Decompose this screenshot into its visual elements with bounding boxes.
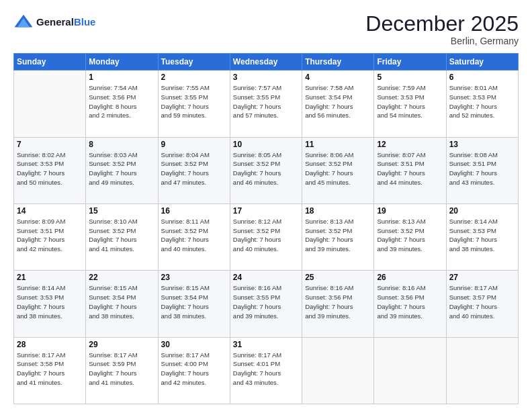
day-cell-14: 14Sunrise: 8:09 AMSunset: 3:51 PMDayligh… bbox=[14, 203, 86, 270]
day-cell-3: 3Sunrise: 7:57 AMSunset: 3:55 PMDaylight… bbox=[230, 71, 302, 137]
week-row-2: 7Sunrise: 8:02 AMSunset: 3:53 PMDaylight… bbox=[14, 137, 519, 203]
day-number: 20 bbox=[449, 206, 515, 216]
month-title: December 2025 bbox=[365, 12, 519, 36]
day-cell-15: 15Sunrise: 8:10 AMSunset: 3:52 PMDayligh… bbox=[86, 203, 158, 270]
day-info: Sunrise: 8:17 AMSunset: 4:00 PMDaylight:… bbox=[161, 351, 227, 387]
weekday-header-wednesday: Wednesday bbox=[230, 54, 302, 71]
day-number: 8 bbox=[89, 140, 154, 149]
location-subtitle: Berlin, Germany bbox=[365, 36, 519, 46]
day-number: 16 bbox=[161, 206, 227, 216]
day-cell-22: 22Sunrise: 8:15 AMSunset: 3:54 PMDayligh… bbox=[86, 271, 158, 337]
page: GeneralBlue December 2025 Berlin, German… bbox=[0, 0, 532, 411]
day-info: Sunrise: 8:12 AMSunset: 3:52 PMDaylight:… bbox=[233, 217, 299, 254]
day-cell-1: 1Sunrise: 7:54 AMSunset: 3:56 PMDaylight… bbox=[86, 71, 158, 137]
day-cell-6: 6Sunrise: 8:01 AMSunset: 3:53 PMDaylight… bbox=[446, 71, 518, 137]
day-info: Sunrise: 8:02 AMSunset: 3:53 PMDaylight:… bbox=[17, 150, 83, 187]
day-info: Sunrise: 8:16 AMSunset: 3:56 PMDaylight:… bbox=[305, 283, 371, 320]
day-number: 21 bbox=[17, 273, 83, 282]
day-info: Sunrise: 7:54 AMSunset: 3:56 PMDaylight:… bbox=[89, 83, 154, 120]
day-number: 26 bbox=[377, 273, 443, 282]
day-number: 19 bbox=[377, 206, 443, 216]
day-info: Sunrise: 8:08 AMSunset: 3:51 PMDaylight:… bbox=[449, 150, 515, 187]
day-number: 4 bbox=[305, 73, 371, 82]
weekday-header-row: SundayMondayTuesdayWednesdayThursdayFrid… bbox=[14, 54, 519, 71]
weekday-header-monday: Monday bbox=[86, 54, 158, 71]
logo-line1: GeneralBlue bbox=[36, 17, 95, 28]
day-cell-17: 17Sunrise: 8:12 AMSunset: 3:52 PMDayligh… bbox=[230, 203, 302, 270]
day-number: 14 bbox=[17, 206, 83, 216]
day-cell-16: 16Sunrise: 8:11 AMSunset: 3:52 PMDayligh… bbox=[158, 203, 230, 270]
calendar-table: SundayMondayTuesdayWednesdayThursdayFrid… bbox=[13, 53, 519, 404]
empty-cell bbox=[374, 337, 446, 404]
day-info: Sunrise: 8:17 AMSunset: 4:01 PMDaylight:… bbox=[233, 351, 299, 387]
day-info: Sunrise: 8:03 AMSunset: 3:52 PMDaylight:… bbox=[89, 150, 154, 187]
day-number: 9 bbox=[161, 140, 227, 149]
day-info: Sunrise: 8:13 AMSunset: 3:52 PMDaylight:… bbox=[305, 217, 371, 254]
week-row-1: 1Sunrise: 7:54 AMSunset: 3:56 PMDaylight… bbox=[14, 71, 519, 137]
day-cell-12: 12Sunrise: 8:07 AMSunset: 3:51 PMDayligh… bbox=[374, 137, 446, 203]
empty-cell bbox=[302, 337, 374, 404]
day-info: Sunrise: 8:05 AMSunset: 3:52 PMDaylight:… bbox=[233, 150, 299, 187]
day-info: Sunrise: 8:15 AMSunset: 3:54 PMDaylight:… bbox=[161, 283, 227, 320]
day-number: 2 bbox=[161, 73, 227, 82]
weekday-header-saturday: Saturday bbox=[446, 54, 518, 71]
day-info: Sunrise: 8:09 AMSunset: 3:51 PMDaylight:… bbox=[17, 217, 83, 254]
day-number: 18 bbox=[305, 206, 371, 216]
day-cell-31: 31Sunrise: 8:17 AMSunset: 4:01 PMDayligh… bbox=[230, 337, 302, 404]
day-cell-9: 9Sunrise: 8:04 AMSunset: 3:52 PMDaylight… bbox=[158, 137, 230, 203]
day-number: 13 bbox=[449, 140, 515, 149]
day-cell-13: 13Sunrise: 8:08 AMSunset: 3:51 PMDayligh… bbox=[446, 137, 518, 203]
empty-cell bbox=[14, 71, 86, 137]
day-info: Sunrise: 8:04 AMSunset: 3:52 PMDaylight:… bbox=[161, 150, 227, 187]
day-cell-24: 24Sunrise: 8:16 AMSunset: 3:55 PMDayligh… bbox=[230, 271, 302, 337]
weekday-header-tuesday: Tuesday bbox=[158, 54, 230, 71]
day-number: 23 bbox=[161, 273, 227, 282]
day-info: Sunrise: 7:59 AMSunset: 3:53 PMDaylight:… bbox=[377, 83, 443, 120]
empty-cell bbox=[446, 337, 518, 404]
day-cell-25: 25Sunrise: 8:16 AMSunset: 3:56 PMDayligh… bbox=[302, 271, 374, 337]
day-number: 29 bbox=[89, 340, 154, 349]
day-info: Sunrise: 7:58 AMSunset: 3:54 PMDaylight:… bbox=[305, 83, 371, 120]
day-info: Sunrise: 8:16 AMSunset: 3:56 PMDaylight:… bbox=[377, 283, 443, 320]
day-number: 28 bbox=[17, 340, 83, 349]
day-info: Sunrise: 8:01 AMSunset: 3:53 PMDaylight:… bbox=[449, 83, 515, 120]
day-cell-2: 2Sunrise: 7:55 AMSunset: 3:55 PMDaylight… bbox=[158, 71, 230, 137]
day-number: 15 bbox=[89, 206, 154, 216]
day-info: Sunrise: 8:16 AMSunset: 3:55 PMDaylight:… bbox=[233, 283, 299, 320]
day-cell-8: 8Sunrise: 8:03 AMSunset: 3:52 PMDaylight… bbox=[86, 137, 158, 203]
day-cell-23: 23Sunrise: 8:15 AMSunset: 3:54 PMDayligh… bbox=[158, 271, 230, 337]
day-info: Sunrise: 8:07 AMSunset: 3:51 PMDaylight:… bbox=[377, 150, 443, 187]
logo-icon bbox=[13, 12, 34, 32]
day-cell-27: 27Sunrise: 8:17 AMSunset: 3:57 PMDayligh… bbox=[446, 271, 518, 337]
day-info: Sunrise: 8:17 AMSunset: 3:57 PMDaylight:… bbox=[449, 283, 515, 320]
day-cell-28: 28Sunrise: 8:17 AMSunset: 3:58 PMDayligh… bbox=[14, 337, 86, 404]
weekday-header-friday: Friday bbox=[374, 54, 446, 71]
day-cell-10: 10Sunrise: 8:05 AMSunset: 3:52 PMDayligh… bbox=[230, 137, 302, 203]
header: GeneralBlue December 2025 Berlin, German… bbox=[13, 12, 519, 46]
day-info: Sunrise: 8:14 AMSunset: 3:53 PMDaylight:… bbox=[449, 217, 515, 254]
day-number: 5 bbox=[377, 73, 443, 82]
day-number: 31 bbox=[233, 340, 299, 349]
day-info: Sunrise: 8:15 AMSunset: 3:54 PMDaylight:… bbox=[89, 283, 154, 320]
day-info: Sunrise: 8:14 AMSunset: 3:53 PMDaylight:… bbox=[17, 283, 83, 320]
title-block: December 2025 Berlin, Germany bbox=[365, 12, 519, 46]
day-number: 1 bbox=[89, 73, 154, 82]
day-info: Sunrise: 7:55 AMSunset: 3:55 PMDaylight:… bbox=[161, 83, 227, 120]
day-cell-30: 30Sunrise: 8:17 AMSunset: 4:00 PMDayligh… bbox=[158, 337, 230, 404]
day-number: 17 bbox=[233, 206, 299, 216]
week-row-4: 21Sunrise: 8:14 AMSunset: 3:53 PMDayligh… bbox=[14, 271, 519, 337]
day-info: Sunrise: 8:13 AMSunset: 3:52 PMDaylight:… bbox=[377, 217, 443, 254]
weekday-header-thursday: Thursday bbox=[302, 54, 374, 71]
day-cell-20: 20Sunrise: 8:14 AMSunset: 3:53 PMDayligh… bbox=[446, 203, 518, 270]
day-number: 22 bbox=[89, 273, 154, 282]
day-info: Sunrise: 8:10 AMSunset: 3:52 PMDaylight:… bbox=[89, 217, 154, 254]
day-cell-26: 26Sunrise: 8:16 AMSunset: 3:56 PMDayligh… bbox=[374, 271, 446, 337]
day-number: 27 bbox=[449, 273, 515, 282]
day-cell-29: 29Sunrise: 8:17 AMSunset: 3:59 PMDayligh… bbox=[86, 337, 158, 404]
day-cell-18: 18Sunrise: 8:13 AMSunset: 3:52 PMDayligh… bbox=[302, 203, 374, 270]
day-info: Sunrise: 8:06 AMSunset: 3:52 PMDaylight:… bbox=[305, 150, 371, 187]
day-cell-11: 11Sunrise: 8:06 AMSunset: 3:52 PMDayligh… bbox=[302, 137, 374, 203]
day-number: 12 bbox=[377, 140, 443, 149]
day-cell-5: 5Sunrise: 7:59 AMSunset: 3:53 PMDaylight… bbox=[374, 71, 446, 137]
weekday-header-sunday: Sunday bbox=[14, 54, 86, 71]
